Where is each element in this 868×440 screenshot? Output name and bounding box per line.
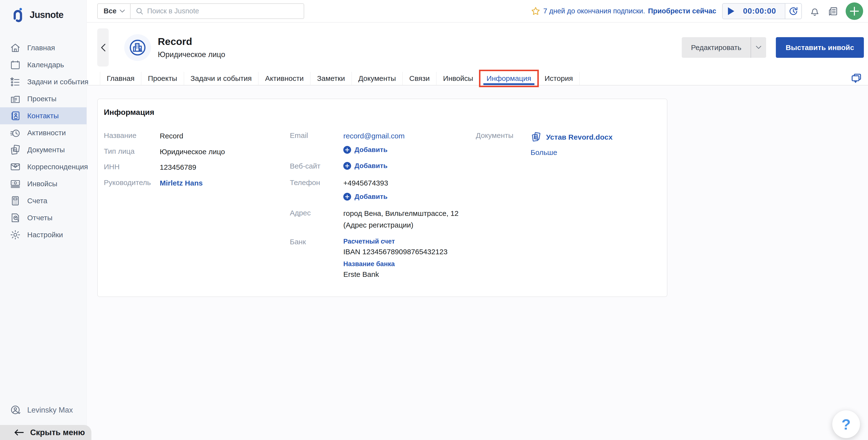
active-tab-underline: [483, 83, 534, 85]
tab-notes[interactable]: Заметки: [310, 72, 352, 85]
topbar-right: 7 дней до окончания подписки. Приобрести…: [531, 2, 863, 20]
sidebar-item-settings[interactable]: Настройки: [0, 226, 87, 243]
jusnote-logo-icon: [12, 7, 25, 22]
sidebar-item-contacts[interactable]: Контакты: [0, 107, 87, 124]
chevron-down-icon: [119, 9, 125, 13]
settings-icon: [10, 229, 21, 240]
add-phone-button[interactable]: Добавить: [343, 193, 388, 201]
field-type: Тип лица Юридическое лицо: [104, 147, 290, 157]
field-address: Адрес город Вена, Вильгелмштрассе, 12 (А…: [290, 209, 476, 230]
tab-relations[interactable]: Связи: [403, 72, 436, 85]
comments-button[interactable]: [850, 72, 863, 85]
help-button[interactable]: ?: [832, 410, 860, 438]
sidebar-item-tasks[interactable]: Задачи и события: [0, 73, 87, 90]
plus-icon: [343, 146, 351, 154]
info-col-documents: Документы Устав Revord.docx Больше: [476, 131, 661, 287]
global-search: Все: [97, 3, 304, 19]
news-button[interactable]: [827, 6, 838, 17]
sidebar-item-documents[interactable]: Документы: [0, 141, 87, 158]
invoices-icon: [10, 178, 21, 190]
field-label: Email: [290, 131, 343, 140]
sidebar-item-label: Документы: [27, 146, 65, 154]
sidebar-item-label: Настройки: [27, 231, 63, 239]
sidebar-item-label: Контакты: [27, 112, 59, 120]
tab-label: Заметки: [317, 74, 345, 82]
sidebar-item-invoices[interactable]: Инвойсы: [0, 175, 87, 192]
user-name: Levinsky Max: [27, 406, 73, 414]
sidebar-item-projects[interactable]: Проекты: [0, 90, 87, 107]
timer-widget: 00:00:00: [722, 3, 802, 19]
subscription-banner[interactable]: 7 дней до окончания подписки. Приобрести…: [531, 6, 716, 16]
sidebar-nav: Главная Календарь Задачи и события Проек…: [0, 39, 87, 243]
back-button[interactable]: [97, 28, 109, 67]
sidebar-item-reports[interactable]: Отчеты: [0, 209, 87, 226]
quick-add-button[interactable]: [846, 2, 863, 20]
add-website-button[interactable]: Добавить: [343, 162, 388, 170]
field-bank: Банк Расчетный счет IBAN 123456789098765…: [290, 238, 476, 278]
field-label: Адрес: [290, 209, 343, 217]
sidebar-item-label: Задачи и события: [27, 78, 89, 86]
subscription-text: 7 дней до окончания подписки.: [544, 7, 645, 15]
tab-main[interactable]: Главная: [100, 72, 141, 85]
tab-history[interactable]: История: [538, 72, 580, 85]
tab-projects[interactable]: Проекты: [141, 72, 184, 85]
information-card: Информация Название Record Тип лица Юрид…: [97, 99, 668, 297]
sidebar-item-label: Календарь: [27, 61, 64, 69]
field-label: Название: [104, 131, 160, 140]
bank-account-value: IBAN 123456789098765432123: [343, 248, 447, 256]
home-icon: [10, 42, 21, 54]
search-filter-dropdown[interactable]: Все: [98, 4, 130, 19]
info-grid: Название Record Тип лица Юридическое лиц…: [104, 131, 661, 287]
tab-activities[interactable]: Активности: [258, 72, 310, 85]
bank-name-label[interactable]: Название банка: [343, 260, 447, 268]
chevron-left-icon: [100, 43, 106, 52]
bank-name-value: Erste Bank: [343, 270, 447, 278]
timer-history-button[interactable]: [785, 4, 801, 19]
sidebar-item-correspondence[interactable]: Корреспонденция: [0, 158, 87, 175]
time-history-icon: [788, 6, 799, 16]
edit-button[interactable]: Редактировать: [682, 37, 766, 58]
field-phone: Телефон +4945674393 Добавить: [290, 178, 476, 201]
sidebar-item-label: Отчеты: [27, 214, 53, 222]
issue-invoice-button[interactable]: Выставить инвойс: [776, 37, 864, 58]
field-label: ИНН: [104, 163, 160, 171]
sidebar-item-label: Проекты: [27, 95, 56, 103]
tab-label: Проекты: [148, 74, 177, 82]
sidebar-item-activities[interactable]: Активности: [0, 124, 87, 141]
sidebar-item-calendar[interactable]: Календарь: [0, 56, 87, 73]
left-arrow-icon: [13, 428, 24, 437]
sidebar-item-accounts[interactable]: Счета: [0, 192, 87, 209]
search-icon: [135, 7, 144, 15]
plus-icon: [343, 193, 351, 201]
edit-dropdown-toggle[interactable]: [750, 37, 766, 58]
tab-label: Активности: [265, 74, 304, 82]
calendar-icon: [10, 59, 21, 70]
notifications-button[interactable]: [809, 6, 820, 17]
document-file-link[interactable]: Устав Revord.docx: [546, 133, 613, 141]
tab-documents[interactable]: Документы: [352, 72, 403, 85]
collapse-menu-button[interactable]: Скрыть меню: [0, 425, 91, 440]
search-filter-label: Все: [103, 7, 117, 15]
contacts-icon: [10, 110, 21, 122]
tab-information[interactable]: Информация: [480, 72, 538, 85]
manager-link[interactable]: Mirletz Hans: [160, 178, 203, 188]
info-col-general: Название Record Тип лица Юридическое лиц…: [104, 131, 290, 287]
contact-type: Юридическое лицо: [158, 50, 225, 59]
bank-account-label[interactable]: Расчетный счет: [343, 238, 447, 245]
email-link[interactable]: record@gmail.com: [343, 132, 405, 140]
document-link-row[interactable]: Устав Revord.docx: [530, 131, 613, 143]
timer-start[interactable]: 00:00:00: [723, 4, 785, 19]
tab-label: История: [545, 74, 573, 82]
add-email-button[interactable]: Добавить: [343, 146, 405, 154]
tab-tasks[interactable]: Задачи и события: [184, 72, 259, 85]
sidebar-item-home[interactable]: Главная: [0, 39, 87, 56]
user-menu[interactable]: Levinsky Max: [0, 402, 87, 419]
documents-more-link[interactable]: Больше: [530, 148, 557, 157]
tasks-icon: [10, 76, 21, 88]
search-input[interactable]: [147, 7, 299, 15]
tab-label: Инвойсы: [443, 74, 473, 82]
subscription-buy-link[interactable]: Приобрести сейчас: [648, 7, 716, 15]
tab-invoices[interactable]: Инвойсы: [436, 72, 480, 85]
contact-name: Record: [158, 36, 225, 47]
address-line1: город Вена, Вильгелмштрассе, 12: [343, 209, 459, 218]
